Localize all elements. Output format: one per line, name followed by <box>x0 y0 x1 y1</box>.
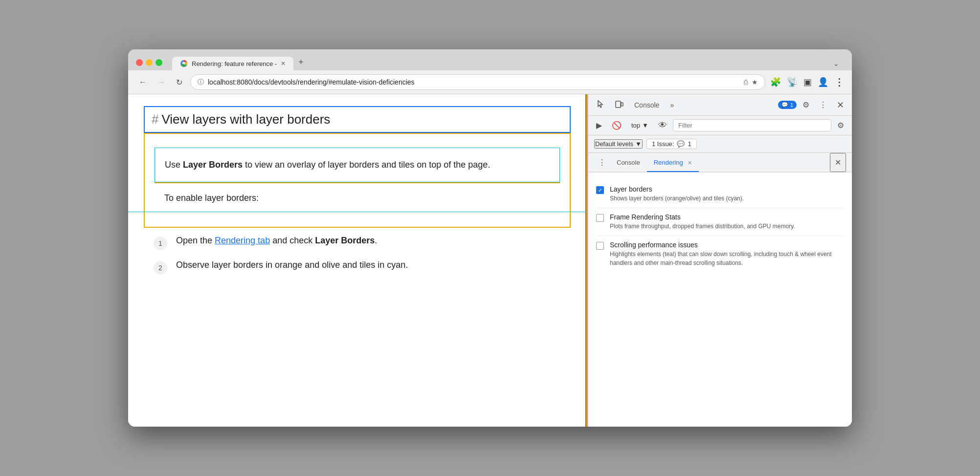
devtools-header: Console » 💬 1 ⚙ ⋮ ✕ <box>588 94 852 116</box>
tab-console[interactable]: Console <box>610 154 647 171</box>
devtools-subheader: ▶ 🚫 top ▼ 👁 ⚙ <box>588 116 852 135</box>
render-option-layer-borders: Layer borders Shows layer borders (orang… <box>596 180 844 208</box>
tab-rendering[interactable]: Rendering ✕ <box>647 154 699 172</box>
context-dropdown-icon: ▼ <box>642 122 648 129</box>
sidebar-icon[interactable]: ▣ <box>803 77 812 87</box>
heading-text: View layers with layer borders <box>161 112 330 127</box>
step-1-after: and check Layer Borders. <box>270 236 377 245</box>
content-area: # View layers with layer borders Use Lay… <box>128 94 852 427</box>
refresh-button[interactable]: ↻ <box>173 76 185 89</box>
step-1-before: Open the <box>176 236 215 245</box>
address-bar: ← → ↻ ⓘ localhost:8080/docs/devtools/ren… <box>128 70 852 94</box>
webpage-panel: # View layers with layer borders Use Lay… <box>128 94 588 427</box>
stop-button[interactable]: 🚫 <box>608 119 625 132</box>
scrolling-perf-checkbox[interactable] <box>596 242 604 250</box>
layer-borders-title: Layer borders <box>610 185 744 193</box>
inspect-element-button[interactable] <box>592 97 609 113</box>
more-tabs-button[interactable]: » <box>666 98 678 112</box>
step-2: 2 Observe layer borders in orange and ol… <box>154 260 561 275</box>
enable-section: To enable layer borders: <box>155 182 560 213</box>
rendering-tab-close-button[interactable]: ✕ <box>688 160 692 166</box>
rendering-tab-link[interactable]: Rendering tab <box>215 236 270 245</box>
svg-rect-3 <box>621 103 623 106</box>
filter-settings-icon[interactable]: ⚙ <box>833 119 848 132</box>
hash-symbol: # <box>152 112 158 127</box>
profile-icon[interactable]: 👤 <box>818 77 828 87</box>
issue-chat-icon: 💬 <box>677 140 685 148</box>
steps-area: 1 Open the Rendering tab and check Layer… <box>144 228 571 294</box>
enable-text: To enable layer borders: <box>164 193 259 203</box>
frame-rendering-desc: Plots frame throughput, dropped frames d… <box>610 222 795 231</box>
minimize-button[interactable] <box>146 59 153 66</box>
tabs-area: Rendering: feature reference - ✕ + ⌄ <box>172 54 844 70</box>
toolbar-icons: 🧩 📡 ▣ 👤 ⋮ <box>770 76 844 88</box>
context-label: top <box>631 122 640 129</box>
render-option-scrolling-perf: Scrolling performance issues Highlights … <box>596 236 844 272</box>
tab-rendering[interactable]: Rendering: feature reference - ✕ <box>172 57 293 70</box>
devtools-close-button[interactable]: ✕ <box>833 97 848 113</box>
filter-input[interactable] <box>673 119 831 131</box>
paragraph-section: Use Layer Borders to view an overlay of … <box>155 148 560 182</box>
default-levels-selector[interactable]: Default levels ▼ <box>594 139 643 149</box>
console-badge: 💬 1 <box>778 101 797 109</box>
panels-more-icon[interactable]: ⋮ <box>594 154 610 171</box>
frame-rendering-title: Frame Rendering Stats <box>610 213 795 221</box>
layer-borders-desc: Shows layer borders (orange/olive) and t… <box>610 194 744 203</box>
back-button[interactable]: ← <box>136 76 150 88</box>
new-tab-button[interactable]: + <box>293 54 309 70</box>
badge-chat-icon: 💬 <box>781 102 788 108</box>
page-heading: # View layers with layer borders <box>152 112 563 127</box>
share-icon[interactable]: ⎙ <box>744 78 748 86</box>
title-bar: Rendering: feature reference - ✕ + ⌄ <box>128 49 852 70</box>
cast-icon[interactable]: 📡 <box>787 77 798 87</box>
content-box: Use Layer Borders to view an overlay of … <box>144 133 571 228</box>
frame-rendering-checkbox[interactable] <box>596 214 604 222</box>
layer-borders-checkbox[interactable] <box>596 186 604 194</box>
webpage-inner: # View layers with layer borders Use Lay… <box>128 94 586 306</box>
step-2-text: Observe layer borders in orange and oliv… <box>176 260 408 270</box>
traffic-lights <box>136 59 162 66</box>
device-icon <box>615 100 624 108</box>
forward-button[interactable]: → <box>155 76 168 88</box>
devtools-menu-button[interactable]: ⋮ <box>815 97 831 112</box>
devtools-issues-row: Default levels ▼ 1 Issue: 💬 1 <box>588 135 852 153</box>
step-1: 1 Open the Rendering tab and check Layer… <box>154 236 561 250</box>
url-actions: ⎙ ★ <box>744 78 758 86</box>
step-1-number: 1 <box>154 237 167 250</box>
context-selector[interactable]: top ▼ <box>627 120 652 131</box>
issue-count-label: 1 Issue: <box>652 140 674 148</box>
issue-badge-count: 1 <box>688 140 691 148</box>
tab-label: Rendering: feature reference - <box>192 60 277 67</box>
extensions-icon[interactable]: 🧩 <box>770 77 781 87</box>
scrolling-perf-option-text: Scrolling performance issues Highlights … <box>610 241 844 267</box>
device-toggle-button[interactable] <box>611 97 627 113</box>
star-icon[interactable]: ★ <box>752 78 758 86</box>
issues-badge[interactable]: 1 Issue: 💬 1 <box>646 139 697 149</box>
devtools-panel: Console » 💬 1 ⚙ ⋮ ✕ ▶ 🚫 top ▼ 👁 <box>588 94 852 427</box>
tab-dropdown-button[interactable]: ⌄ <box>828 57 844 70</box>
frame-rendering-option-text: Frame Rendering Stats Plots frame throug… <box>610 213 795 231</box>
maximize-button[interactable] <box>156 59 162 66</box>
cursor-icon <box>596 100 605 108</box>
badge-count: 1 <box>790 102 793 108</box>
play-button[interactable]: ▶ <box>592 119 606 132</box>
url-bar[interactable]: ⓘ localhost:8080/docs/devtools/rendering… <box>190 74 765 90</box>
tab-close-button[interactable]: ✕ <box>281 60 286 67</box>
close-button[interactable] <box>136 59 143 66</box>
rendering-content: Layer borders Shows layer borders (orang… <box>588 173 852 427</box>
console-tab-header[interactable]: Console <box>629 98 664 112</box>
eye-icon[interactable]: 👁 <box>654 118 671 132</box>
scrolling-perf-desc: Highlights elements (teal) that can slow… <box>610 250 844 267</box>
devtools-settings-button[interactable]: ⚙ <box>799 97 813 112</box>
url-text: localhost:8080/docs/devtools/rendering/#… <box>208 78 740 86</box>
olive-border <box>585 94 586 427</box>
devtools-drawer-close[interactable]: ✕ <box>830 153 846 172</box>
chrome-favicon-icon <box>180 60 188 67</box>
step-2-number: 2 <box>154 261 167 275</box>
step-1-text: Open the Rendering tab and check Layer B… <box>176 236 377 246</box>
content-paragraph: Use Layer Borders to view an overlay of … <box>155 148 559 182</box>
menu-icon[interactable]: ⋮ <box>834 76 844 88</box>
levels-dropdown-icon: ▼ <box>635 140 642 148</box>
render-option-frame-rendering: Frame Rendering Stats Plots frame throug… <box>596 208 844 236</box>
heading-box: # View layers with layer borders <box>144 106 571 133</box>
